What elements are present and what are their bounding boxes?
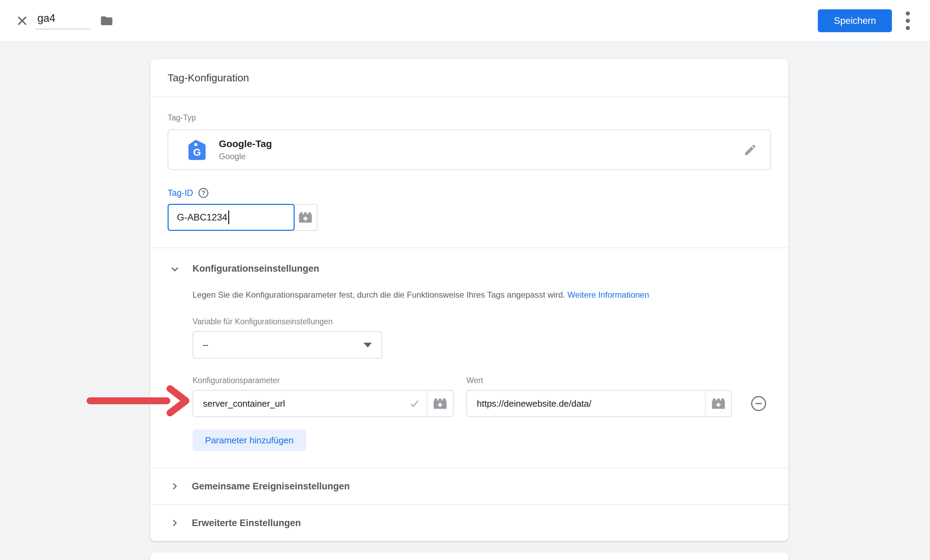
learn-more-link[interactable]: Weitere Informationen	[568, 290, 649, 299]
kebab-dot	[906, 19, 910, 23]
advanced-settings-title: Erweiterte Einstellungen	[192, 518, 301, 529]
svg-text:G: G	[193, 147, 201, 158]
parameter-column-label: Konfigurationsparameter	[192, 376, 454, 385]
add-parameter-button[interactable]: Parameter hinzufügen	[192, 429, 306, 451]
help-icon: ?	[198, 188, 209, 198]
tag-type-vendor: Google	[219, 152, 743, 161]
parameter-name-group: server_container_url	[192, 390, 454, 417]
description-text: Legen Sie die Konfigurationsparameter fe…	[192, 290, 565, 299]
more-options-button[interactable]	[904, 9, 912, 32]
tag-type-name: Google-Tag	[219, 138, 743, 149]
tag-id-label-row: Tag-ID ?	[168, 187, 771, 198]
configuration-description: Legen Sie die Konfigurationsparameter fe…	[192, 290, 771, 300]
folder-icon	[100, 15, 113, 26]
folder-button[interactable]	[99, 13, 114, 28]
edit-tag-type-button[interactable]	[743, 142, 758, 157]
parameter-name-input[interactable]: server_container_url	[193, 391, 427, 416]
tag-type-texts: Google-Tag Google	[219, 138, 743, 161]
close-button[interactable]	[15, 14, 29, 28]
parameter-value-input[interactable]: https://deinewebsite.de/data/	[467, 391, 705, 416]
kebab-dot	[906, 11, 910, 15]
next-card-partial	[150, 552, 788, 560]
chevron-down-icon	[170, 264, 180, 274]
tag-id-label: Tag-ID	[168, 188, 193, 198]
tag-id-field-row: G-ABC1234	[168, 204, 771, 231]
configuration-settings-title: Konfigurationseinstellungen	[192, 263, 319, 274]
save-button[interactable]: Speichern	[818, 9, 892, 32]
variable-select-value: –	[203, 340, 363, 350]
close-icon	[16, 15, 28, 27]
card-title: Tag-Konfiguration	[150, 59, 788, 97]
parameter-name-value: server_container_url	[203, 398, 409, 409]
tag-type-section: Tag-Typ G Google-Tag Google Tag-ID	[150, 97, 788, 248]
tag-configuration-card: Tag-Konfiguration Tag-Typ G Google-Tag G…	[150, 59, 788, 541]
parameter-column-labels: Konfigurationsparameter Wert	[192, 376, 771, 385]
variable-select-label: Variable für Konfigurationseinstellungen	[192, 317, 771, 326]
variable-brick-icon	[433, 397, 447, 410]
tag-type-label: Tag-Typ	[168, 113, 771, 123]
shared-event-settings-title: Gemeinsame Ereigniseinstellungen	[192, 481, 350, 492]
tag-name-input[interactable]	[35, 12, 90, 29]
kebab-dot	[906, 26, 910, 30]
tag-type-box[interactable]: G Google-Tag Google	[168, 129, 771, 170]
pencil-icon	[744, 143, 757, 157]
parameter-value-text: https://deinewebsite.de/data/	[477, 398, 698, 409]
shared-event-settings-header[interactable]: Gemeinsame Ereigniseinstellungen	[150, 468, 788, 504]
google-tag-icon: G	[188, 139, 206, 161]
parameter-value-group: https://deinewebsite.de/data/	[467, 390, 732, 417]
advanced-settings-header[interactable]: Erweiterte Einstellungen	[150, 504, 788, 541]
top-bar: Speichern	[0, 0, 930, 42]
tag-id-help-button[interactable]: ?	[198, 187, 209, 198]
dropdown-caret-icon	[363, 343, 372, 348]
variable-brick-icon	[711, 397, 726, 410]
configuration-settings-section: Konfigurationseinstellungen Legen Sie di…	[150, 248, 788, 468]
configuration-settings-body: Legen Sie die Konfigurationsparameter fe…	[192, 290, 771, 451]
tag-id-variable-picker-button[interactable]	[292, 204, 317, 231]
remove-parameter-button[interactable]	[750, 395, 767, 412]
chevron-right-icon	[170, 482, 179, 491]
checkmark-icon	[409, 398, 420, 409]
svg-text:?: ?	[202, 189, 205, 196]
configuration-settings-header[interactable]: Konfigurationseinstellungen	[170, 263, 771, 274]
chevron-right-icon	[170, 518, 179, 528]
value-variable-picker-button[interactable]	[706, 391, 731, 416]
text-cursor	[228, 211, 229, 224]
tag-id-value: G-ABC1234	[177, 212, 228, 223]
value-column-label: Wert	[467, 376, 483, 385]
variable-brick-icon	[298, 211, 313, 223]
parameter-row: server_container_url	[192, 390, 771, 417]
variable-select[interactable]: –	[192, 331, 382, 358]
parameter-variable-picker-button[interactable]	[427, 391, 453, 416]
remove-circle-icon	[750, 395, 767, 412]
tag-id-input[interactable]: G-ABC1234	[168, 204, 295, 231]
